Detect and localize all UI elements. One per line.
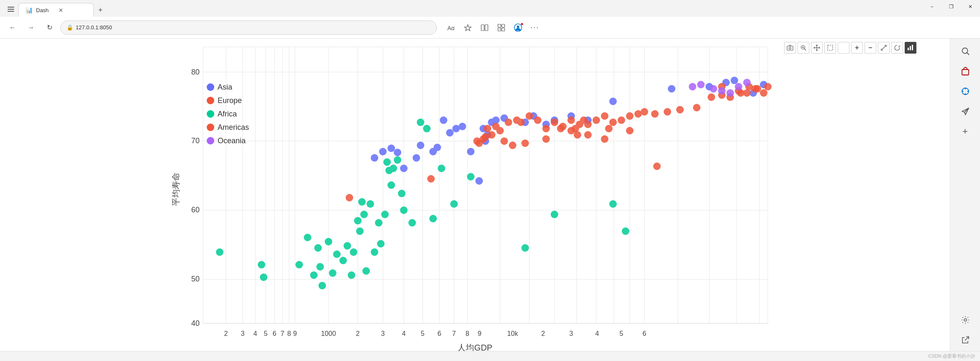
zoom-out-tool[interactable]: −	[865, 42, 876, 54]
zoom-in-tool[interactable]: +	[851, 42, 863, 54]
svg-point-109	[371, 248, 378, 256]
svg-point-125	[521, 244, 529, 252]
main-content: + −	[0, 39, 980, 351]
svg-point-11	[517, 26, 519, 28]
svg-point-136	[413, 154, 420, 162]
minimize-button[interactable]: −	[922, 0, 942, 13]
window-controls[interactable]: − ❐ ✕	[922, 0, 980, 13]
svg-point-185	[601, 112, 608, 120]
sidebar-search-button[interactable]	[956, 42, 975, 60]
svg-point-124	[467, 173, 475, 180]
svg-text:Asia: Asia	[218, 83, 233, 91]
svg-point-193	[676, 106, 684, 113]
svg-text:5: 5	[620, 330, 623, 337]
back-button[interactable]: ←	[5, 20, 20, 35]
reset-axes-tool[interactable]	[891, 42, 903, 54]
svg-point-246	[965, 93, 966, 95]
svg-point-129	[417, 119, 424, 126]
new-tab-button[interactable]: +	[94, 3, 107, 17]
active-tab[interactable]: 📊 Dash ✕	[18, 3, 94, 17]
svg-point-162	[731, 77, 738, 84]
forward-button[interactable]: →	[23, 20, 38, 35]
profile-button[interactable]	[511, 20, 526, 35]
scatter-chart: 80 70 60 50 40 平均寿命 2 3 4 5 6 7 8	[169, 39, 780, 351]
svg-rect-7	[502, 24, 505, 27]
svg-point-191	[651, 110, 659, 118]
svg-point-95	[318, 282, 326, 289]
svg-text:60: 60	[191, 206, 200, 214]
svg-point-218	[653, 162, 661, 170]
svg-text:9: 9	[293, 330, 297, 337]
svg-point-190	[641, 108, 648, 116]
svg-rect-243	[962, 70, 969, 75]
sidebar-add-button[interactable]: +	[956, 122, 975, 141]
svg-rect-6	[498, 24, 501, 27]
address-bar[interactable]: 🔒 127.0.0.1:8050	[60, 21, 437, 35]
svg-point-127	[609, 200, 617, 208]
svg-point-101	[348, 271, 355, 279]
select-tool[interactable]	[824, 42, 836, 54]
svg-point-105	[358, 198, 366, 206]
tab-close-icon[interactable]: ✕	[59, 7, 63, 13]
sidebar-toggle[interactable]	[3, 2, 18, 17]
favorites-button[interactable]	[460, 20, 475, 35]
url-text: 127.0.0.1:8050	[76, 24, 112, 31]
svg-rect-25	[203, 47, 768, 323]
svg-point-174	[526, 112, 533, 120]
svg-point-100	[344, 242, 351, 250]
read-mode-button[interactable]: Aα	[444, 20, 459, 35]
lasso-tool[interactable]	[838, 42, 849, 54]
pan-tool[interactable]	[811, 42, 823, 54]
svg-point-224	[697, 81, 705, 88]
svg-text:5: 5	[421, 330, 425, 337]
svg-point-120	[408, 219, 416, 227]
svg-point-250	[964, 319, 967, 321]
sidebar-apps-button[interactable]	[956, 82, 975, 101]
svg-point-228	[735, 83, 742, 90]
toolbar: ← → ↻ 🔒 127.0.0.1:8050 Aα	[0, 17, 980, 39]
status-bar: CSDN @爱看书的小沙	[0, 351, 980, 361]
split-view-button[interactable]	[477, 20, 492, 35]
more-button[interactable]: ···	[527, 20, 542, 35]
svg-point-176	[542, 125, 550, 132]
svg-point-90	[295, 261, 303, 268]
svg-point-187	[618, 116, 625, 124]
plotly-logo[interactable]	[905, 42, 916, 54]
maximize-button[interactable]: ❐	[942, 0, 961, 13]
svg-point-206	[482, 133, 489, 141]
sidebar-open-button[interactable]	[956, 331, 975, 349]
chart-container: + −	[0, 39, 950, 351]
svg-point-170	[496, 127, 504, 134]
toolbar-right-icons: Aα ···	[444, 20, 542, 35]
svg-point-122	[438, 165, 445, 172]
autoscale-tool[interactable]	[878, 42, 890, 54]
svg-point-238	[207, 137, 214, 144]
sidebar-shopping-button[interactable]	[956, 62, 975, 80]
svg-text:6: 6	[438, 330, 441, 337]
svg-point-144	[467, 148, 475, 155]
svg-point-102	[350, 248, 357, 256]
svg-point-91	[304, 234, 311, 241]
collections-button[interactable]	[494, 20, 509, 35]
svg-rect-2	[8, 11, 14, 12]
svg-text:7: 7	[452, 330, 456, 337]
svg-text:10k: 10k	[507, 330, 518, 337]
svg-point-88	[258, 261, 265, 268]
sidebar-send-button[interactable]	[956, 102, 975, 121]
sidebar-settings-button[interactable]	[956, 311, 975, 329]
camera-tool[interactable]	[784, 42, 796, 54]
svg-rect-8	[498, 28, 501, 31]
svg-rect-0	[8, 7, 14, 8]
svg-text:70: 70	[191, 137, 200, 145]
svg-point-130	[423, 125, 431, 132]
svg-point-158	[609, 98, 617, 105]
svg-point-194	[693, 104, 700, 111]
svg-text:2: 2	[541, 330, 545, 337]
close-button[interactable]: ✕	[961, 0, 980, 13]
svg-rect-1	[8, 9, 14, 10]
svg-point-99	[339, 257, 347, 264]
reload-button[interactable]: ↻	[42, 20, 57, 35]
zoom-tool[interactable]	[798, 42, 809, 54]
svg-point-179	[567, 116, 575, 124]
svg-text:4: 4	[595, 330, 599, 337]
